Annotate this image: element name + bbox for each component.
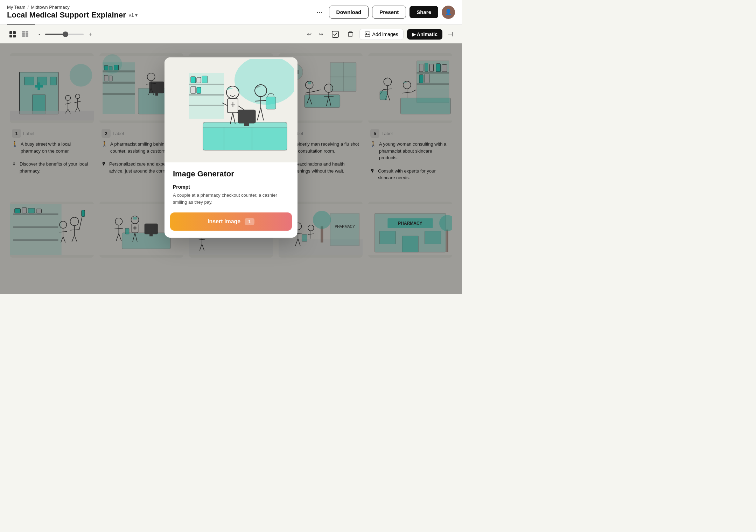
svg-rect-201 bbox=[189, 105, 224, 106]
breadcrumb: My Team / Midtown Pharmacy bbox=[7, 5, 138, 10]
undo-redo-group: ↩ ↪ bbox=[304, 29, 326, 39]
header-left: My Team / Midtown Pharmacy Local Medical… bbox=[7, 5, 138, 20]
prompt-label: Prompt bbox=[173, 184, 289, 190]
svg-rect-196 bbox=[238, 110, 255, 123]
more-options-button[interactable]: ⋯ bbox=[314, 6, 326, 19]
svg-rect-1 bbox=[13, 31, 16, 34]
svg-rect-205 bbox=[191, 86, 196, 93]
grid-view-button[interactable] bbox=[7, 29, 18, 40]
add-image-icon bbox=[365, 31, 370, 37]
toolbar: - + ↩ ↪ bbox=[0, 25, 462, 43]
trash-icon bbox=[346, 30, 354, 38]
breadcrumb-separator: / bbox=[28, 5, 29, 10]
share-button[interactable]: Share bbox=[410, 6, 438, 18]
svg-rect-9 bbox=[26, 35, 28, 37]
zoom-in-button[interactable]: + bbox=[86, 30, 94, 38]
panel-toggle-button[interactable]: ⊣ bbox=[446, 29, 455, 40]
svg-rect-200 bbox=[189, 94, 224, 96]
svg-rect-6 bbox=[22, 33, 25, 35]
view-buttons bbox=[7, 29, 31, 40]
prompt-text: A couple at a pharmacy checkout counter,… bbox=[173, 192, 289, 205]
svg-rect-195 bbox=[252, 127, 287, 150]
svg-rect-7 bbox=[26, 33, 28, 35]
breadcrumb-project-link[interactable]: Midtown Pharmacy bbox=[31, 5, 70, 10]
animatic-button[interactable]: ▶ Animatic bbox=[407, 29, 443, 40]
modal-footer: Insert Image 1 bbox=[164, 205, 298, 238]
svg-rect-193 bbox=[203, 127, 224, 150]
svg-rect-2 bbox=[9, 35, 12, 37]
present-button[interactable]: Present bbox=[372, 6, 406, 19]
insert-image-label: Insert Image bbox=[208, 218, 240, 225]
zoom-slider-track bbox=[45, 34, 84, 35]
svg-rect-210 bbox=[231, 104, 235, 105]
checkbox-icon bbox=[331, 30, 340, 38]
modal-overlay[interactable]: Image Generator Prompt A couple at a pha… bbox=[0, 43, 462, 294]
avatar[interactable]: 👤 bbox=[442, 6, 455, 19]
modal-title: Image Generator bbox=[173, 169, 289, 178]
insert-image-button[interactable]: Insert Image 1 bbox=[170, 212, 292, 231]
svg-rect-220 bbox=[266, 97, 276, 109]
svg-rect-3 bbox=[13, 35, 16, 37]
modal-image-preview bbox=[164, 57, 298, 162]
svg-rect-204 bbox=[202, 76, 208, 83]
zoom-thumb[interactable] bbox=[63, 31, 68, 37]
svg-rect-203 bbox=[197, 77, 201, 83]
compact-grid-icon bbox=[21, 30, 29, 38]
svg-rect-0 bbox=[9, 31, 12, 34]
grid-icon bbox=[9, 30, 16, 38]
svg-rect-206 bbox=[197, 87, 201, 93]
header-right: ⋯ Download Present Share 👤 bbox=[314, 6, 455, 19]
svg-rect-194 bbox=[224, 127, 252, 150]
version-badge[interactable]: v1 ▾ bbox=[129, 12, 138, 18]
svg-rect-199 bbox=[189, 84, 224, 85]
compact-view-button[interactable] bbox=[20, 29, 31, 40]
zoom-control: - + bbox=[36, 30, 94, 38]
zoom-slider-fill bbox=[45, 34, 64, 35]
toolbar-right: ↩ ↪ Add images ▶ Animatic bbox=[304, 28, 455, 40]
image-generator-modal: Image Generator Prompt A couple at a pha… bbox=[164, 57, 298, 238]
checkbox-icon-button[interactable] bbox=[329, 28, 341, 40]
modal-body: Image Generator Prompt A couple at a pha… bbox=[164, 162, 298, 205]
toolbar-left: - + bbox=[7, 29, 94, 40]
add-images-button[interactable]: Add images bbox=[359, 29, 404, 40]
svg-rect-11 bbox=[349, 33, 352, 37]
breadcrumb-team-link[interactable]: My Team bbox=[7, 5, 26, 10]
app-header: My Team / Midtown Pharmacy Local Medical… bbox=[0, 0, 462, 24]
delete-button[interactable] bbox=[345, 29, 356, 40]
redo-button[interactable]: ↪ bbox=[316, 29, 326, 39]
svg-rect-202 bbox=[191, 77, 196, 83]
project-title: Local Medical Support Explainer v1 ▾ bbox=[7, 10, 138, 20]
svg-rect-4 bbox=[22, 31, 25, 33]
undo-button[interactable]: ↩ bbox=[304, 29, 314, 39]
svg-rect-197 bbox=[244, 123, 249, 126]
insert-count-badge: 1 bbox=[245, 218, 254, 225]
svg-rect-5 bbox=[26, 31, 28, 33]
zoom-out-button[interactable]: - bbox=[36, 30, 42, 38]
download-button[interactable]: Download bbox=[329, 6, 369, 19]
svg-rect-8 bbox=[22, 35, 25, 37]
main-canvas: 1 Label 🚶 A busy street with a local pha… bbox=[0, 43, 462, 294]
